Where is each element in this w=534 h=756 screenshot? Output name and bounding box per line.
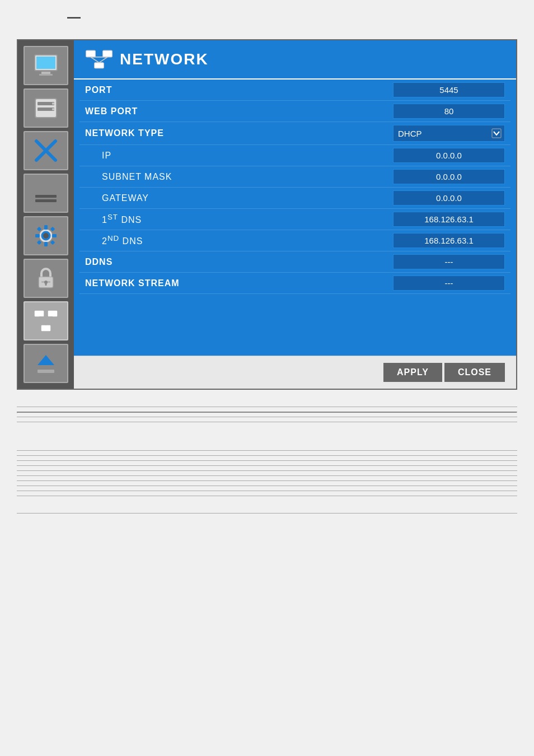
label-dns1: 1ST DNS: [85, 213, 393, 225]
svg-rect-38: [103, 50, 113, 57]
sidebar-item-network[interactable]: [24, 301, 68, 340]
value-ddns[interactable]: ---: [393, 254, 505, 269]
sidebar-item-schedule[interactable]: [24, 174, 68, 213]
value-web-port[interactable]: 80: [393, 104, 505, 119]
gear-icon: [32, 222, 60, 250]
label-gateway: GATEWAY: [85, 193, 393, 203]
display-icon: [32, 52, 60, 80]
separator-line-2: [17, 412, 517, 413]
setting-row-ip: IP 0.0.0.0: [79, 145, 510, 166]
value-port[interactable]: 5445: [393, 82, 505, 97]
minimize-button[interactable]: —: [67, 10, 81, 24]
label-web-port: WEB PORT: [85, 106, 393, 116]
value-network-stream[interactable]: ---: [393, 276, 505, 291]
svg-marker-35: [38, 355, 54, 365]
separator-line-5: [17, 450, 517, 451]
separator-line-final: [17, 513, 517, 514]
separator-line-13: [17, 491, 517, 491]
svg-rect-5: [38, 102, 54, 105]
svg-rect-18: [44, 242, 48, 246]
svg-rect-2: [41, 72, 50, 74]
value-dns1[interactable]: 168.126.63.1: [393, 212, 505, 227]
setting-row-network-stream: NETWORK STREAM ---: [79, 273, 510, 294]
network-type-text: DHCP: [394, 127, 489, 141]
svg-rect-13: [35, 195, 57, 198]
value-subnet-mask[interactable]: 0.0.0.0: [393, 169, 505, 184]
svg-rect-39: [95, 63, 104, 68]
separator-line-1: [17, 407, 517, 407]
network-icon-sidebar: [32, 307, 60, 335]
hdd-icon: [32, 94, 60, 122]
network-icon-header: [85, 48, 113, 71]
sidebar-item-camera[interactable]: [24, 131, 68, 170]
svg-rect-43: [492, 129, 501, 138]
setting-row-dns2: 2ND DNS 168.126.63.1: [79, 230, 510, 251]
svg-rect-27: [45, 283, 47, 286]
svg-rect-30: [48, 310, 58, 317]
close-button[interactable]: CLOSE: [444, 363, 505, 382]
setting-row-gateway: GATEWAY 0.0.0.0: [79, 188, 510, 209]
separator-line-12: [17, 486, 517, 486]
sidebar-item-hdd[interactable]: [24, 88, 68, 128]
settings-body: PORT 5445 WEB PORT 80 NETWORK TYPE DHCP: [74, 80, 516, 356]
schedule-icon: [32, 179, 60, 207]
svg-line-32: [39, 317, 46, 325]
svg-line-33: [46, 317, 53, 325]
svg-rect-19: [35, 234, 40, 237]
separator-line-14: [17, 496, 517, 496]
content-header: NETWORK: [74, 40, 516, 80]
svg-rect-17: [44, 225, 48, 230]
camera-icon: [32, 137, 60, 165]
svg-rect-24: [50, 240, 55, 245]
value-network-type[interactable]: DHCP: [393, 125, 505, 142]
svg-rect-20: [52, 234, 57, 237]
setting-row-network-type: NETWORK TYPE DHCP: [79, 122, 510, 145]
svg-line-41: [99, 57, 107, 63]
value-ip[interactable]: 0.0.0.0: [393, 148, 505, 163]
content-area: NETWORK PORT 5445 WEB PORT 80 NETWORK TY…: [74, 40, 516, 389]
svg-rect-11: [35, 186, 57, 189]
setting-row-dns1: 1ST DNS 168.126.63.1: [79, 209, 510, 230]
apply-button[interactable]: APPLY: [383, 363, 442, 382]
svg-rect-22: [50, 227, 55, 231]
separator-line-4: [17, 422, 517, 422]
sidebar-item-display[interactable]: [24, 46, 68, 85]
separator-line-10: [17, 475, 517, 476]
svg-point-7: [52, 102, 54, 105]
setting-row-subnet-mask: SUBNET MASK 0.0.0.0: [79, 166, 510, 188]
svg-rect-14: [35, 199, 57, 202]
svg-rect-29: [34, 310, 44, 317]
lock-icon: [32, 264, 60, 292]
svg-rect-28: [41, 281, 50, 283]
setting-row-web-port: WEB PORT 80: [79, 101, 510, 122]
lines-section-top: [17, 407, 517, 514]
separator-line-8: [17, 465, 517, 466]
label-ddns: DDNS: [85, 257, 393, 267]
main-panel: NETWORK PORT 5445 WEB PORT 80 NETWORK TY…: [17, 39, 517, 390]
label-network-type: NETWORK TYPE: [85, 128, 393, 138]
svg-rect-37: [86, 50, 96, 57]
svg-rect-23: [37, 240, 41, 245]
separator-line-11: [17, 480, 517, 481]
value-dns2[interactable]: 168.126.63.1: [393, 233, 505, 248]
svg-rect-3: [39, 74, 53, 76]
sidebar-item-backup[interactable]: [24, 344, 68, 383]
separator-line-6: [17, 455, 517, 456]
page-title: NETWORK: [120, 50, 209, 68]
svg-point-16: [43, 233, 49, 239]
svg-line-40: [91, 57, 99, 63]
sidebar-item-account[interactable]: [24, 259, 68, 298]
label-network-stream: NETWORK STREAM: [85, 278, 393, 288]
sidebar: [18, 40, 74, 389]
value-gateway[interactable]: 0.0.0.0: [393, 190, 505, 206]
svg-rect-36: [38, 370, 54, 373]
network-type-dropdown-arrow[interactable]: [489, 125, 504, 141]
separator-line-7: [17, 460, 517, 461]
sidebar-item-system[interactable]: [24, 216, 68, 255]
svg-rect-21: [37, 227, 41, 231]
backup-icon: [32, 349, 60, 377]
top-bar: —: [0, 0, 534, 34]
label-subnet-mask: SUBNET MASK: [85, 172, 393, 182]
svg-rect-1: [36, 57, 55, 69]
svg-rect-12: [35, 190, 57, 193]
